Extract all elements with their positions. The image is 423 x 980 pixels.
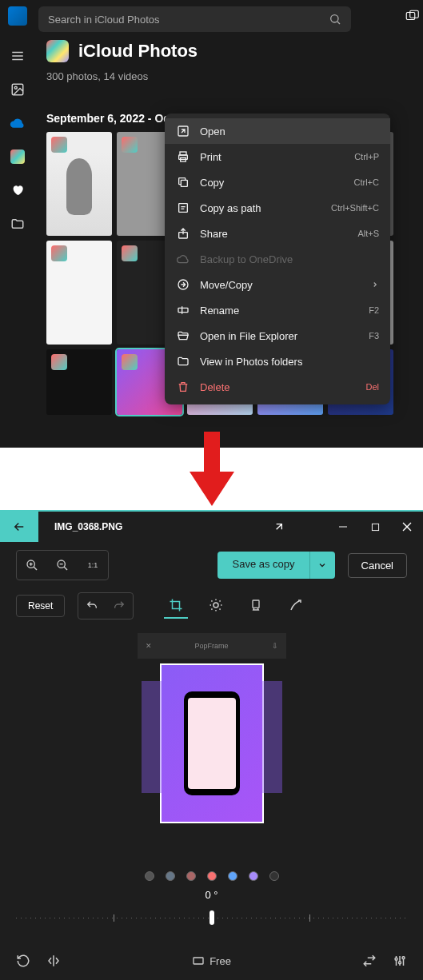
menu-open-explorer[interactable]: Open in File Explorer F3 <box>165 323 390 349</box>
save-dropdown[interactable] <box>309 552 335 579</box>
expand-button[interactable] <box>263 512 295 542</box>
chevron-right-icon <box>371 281 379 289</box>
rename-icon <box>176 303 190 317</box>
menu-open[interactable]: Open <box>165 118 390 144</box>
editor-toolbar: 1:1 Save as copy Cancel <box>0 542 423 588</box>
folder-icon <box>176 354 190 368</box>
sidebar-folders[interactable] <box>8 214 27 233</box>
editor-titlebar: IMG_0368.PNG <box>0 512 423 542</box>
menu-label: Backup to OneDrive <box>200 253 379 265</box>
menu-rename[interactable]: Rename F2 <box>165 297 390 323</box>
search-placeholder: Search in iCloud Photos <box>48 14 329 26</box>
photo-thumb[interactable] <box>46 241 112 345</box>
menu-shortcut: Alt+S <box>357 229 379 238</box>
menu-shortcut: Del <box>365 382 379 392</box>
menu-delete[interactable]: Delete Del <box>165 374 390 400</box>
back-button[interactable] <box>0 512 38 542</box>
sidebar-favorites[interactable] <box>8 181 27 200</box>
icloud-badge-icon <box>51 245 67 261</box>
undo-button[interactable] <box>78 593 106 619</box>
sidebar-menu[interactable] <box>8 46 27 66</box>
svg-point-0 <box>331 15 338 22</box>
menu-copy-as-path[interactable]: Copy as path Ctrl+Shift+C <box>165 195 390 221</box>
sidebar-gallery[interactable] <box>8 80 27 99</box>
svg-rect-34 <box>194 958 203 964</box>
rotation-slider[interactable] <box>16 906 407 930</box>
icloud-badge-icon <box>122 354 138 370</box>
menu-shortcut: Ctrl+C <box>354 177 379 187</box>
svg-rect-13 <box>181 180 187 186</box>
svg-rect-33 <box>253 600 259 608</box>
svg-line-26 <box>34 567 37 570</box>
crop-frame[interactable]: ✕ PopFrame ⇩ <box>160 663 264 823</box>
svg-line-1 <box>337 22 340 24</box>
image-chrome: ✕ PopFrame ⇩ <box>138 633 286 659</box>
image-extent <box>262 681 282 793</box>
svg-line-30 <box>64 567 67 570</box>
palette-dot[interactable] <box>249 871 258 881</box>
palette-dot[interactable] <box>166 871 175 881</box>
svg-rect-3 <box>410 10 419 18</box>
aspect-ratio-button[interactable]: Free <box>192 954 231 967</box>
sidebar <box>0 40 35 233</box>
svg-point-38 <box>395 958 397 960</box>
editor-window: IMG_0368.PNG 1:1 Save as copy Cancel Res… <box>0 510 423 980</box>
slider-handle[interactable] <box>210 910 214 925</box>
icloud-badge-icon <box>122 137 138 153</box>
menu-copy[interactable]: Copy Ctrl+C <box>165 169 390 195</box>
zoom-in-button[interactable] <box>18 552 46 578</box>
svg-rect-19 <box>178 308 188 312</box>
menu-label: Open <box>200 125 379 137</box>
menu-label: Move/Copy <box>200 279 361 291</box>
menu-print[interactable]: Print Ctrl+P <box>165 144 390 169</box>
import-icon[interactable] <box>401 6 423 26</box>
window-controls <box>327 512 423 542</box>
canvas-area[interactable]: ✕ PopFrame ⇩ <box>0 623 423 863</box>
photo-thumb[interactable] <box>46 132 112 236</box>
swap-button[interactable] <box>362 954 377 968</box>
filter-tab[interactable] <box>244 593 268 619</box>
close-button[interactable] <box>391 512 423 542</box>
flip-button[interactable] <box>46 954 61 968</box>
menu-view-folders[interactable]: View in Photos folders <box>165 349 390 374</box>
palette-dot[interactable] <box>207 871 217 881</box>
transition-arrow-zone <box>0 448 423 510</box>
editor-bottom-bar: Free <box>0 942 423 980</box>
context-menu: Open Print Ctrl+P Copy Ctrl+C Copy as pa… <box>165 114 390 404</box>
move-icon <box>176 277 190 292</box>
image-content <box>184 691 240 795</box>
icloud-photos-icon <box>46 40 69 62</box>
minimize-button[interactable] <box>327 512 359 542</box>
menu-share[interactable]: Share Alt+S <box>165 221 390 246</box>
overlay-title: PopFrame <box>194 642 228 650</box>
markup-tab[interactable] <box>284 593 308 619</box>
menu-move-copy[interactable]: Move/Copy <box>165 272 390 297</box>
redo-button[interactable] <box>106 593 133 619</box>
palette-dot[interactable] <box>269 871 279 881</box>
rotate-button[interactable] <box>16 954 30 968</box>
adjust-tab[interactable] <box>204 593 228 619</box>
palette-dot[interactable] <box>145 871 154 881</box>
photo-thumb[interactable] <box>46 349 112 415</box>
reset-button[interactable]: Reset <box>16 595 65 617</box>
menu-label: Copy <box>200 177 345 189</box>
search-input[interactable]: Search in iCloud Photos <box>38 6 351 32</box>
zoom-out-button[interactable] <box>49 552 76 578</box>
maximize-button[interactable] <box>359 512 391 542</box>
save-button[interactable]: Save as copy <box>217 552 309 579</box>
aspect-label: Free <box>210 955 231 967</box>
crop-tab[interactable] <box>164 593 188 619</box>
menu-label: Delete <box>200 381 356 393</box>
close-icon: ✕ <box>146 642 152 650</box>
sidebar-icloud-photos[interactable] <box>8 147 27 166</box>
palette-dots <box>0 871 423 881</box>
svg-rect-2 <box>406 13 415 20</box>
sidebar-onedrive[interactable] <box>8 114 27 133</box>
folder-open-icon <box>176 329 190 343</box>
image-extent <box>142 681 162 793</box>
zoom-fit-button[interactable]: 1:1 <box>79 552 106 578</box>
cancel-button[interactable]: Cancel <box>348 553 407 578</box>
settings-button[interactable] <box>393 954 407 968</box>
palette-dot[interactable] <box>186 871 196 881</box>
palette-dot[interactable] <box>228 871 237 881</box>
